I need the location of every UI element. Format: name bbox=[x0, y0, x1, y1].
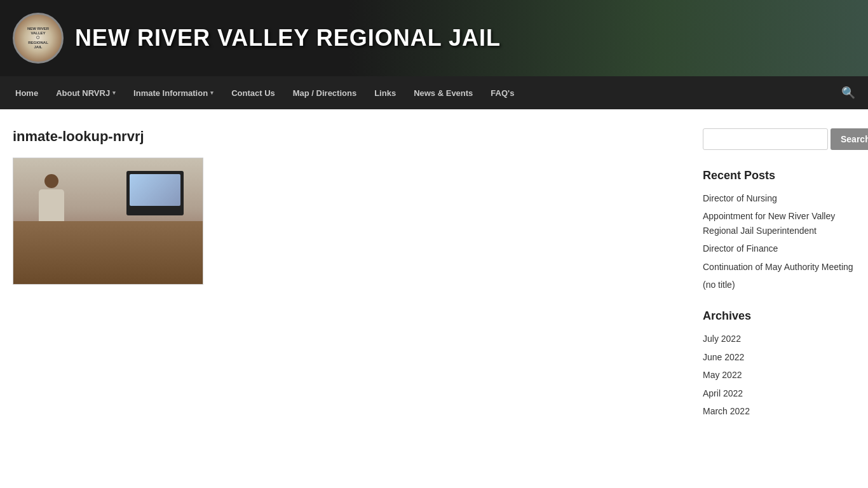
nav-item-inmate[interactable]: Inmate Information ▾ bbox=[125, 76, 222, 109]
nav-item-about[interactable]: About NRVRJ ▾ bbox=[47, 76, 125, 109]
person-body bbox=[39, 189, 64, 221]
nav-link-inmate[interactable]: Inmate Information ▾ bbox=[125, 76, 222, 109]
recent-post-2[interactable]: Appointment for New River Valley Regiona… bbox=[703, 209, 855, 238]
monitor bbox=[126, 171, 184, 215]
main-content: inmate-lookup-nrvrj bbox=[13, 128, 677, 436]
site-title: NEW RIVER VALLEY REGIONAL JAIL bbox=[75, 25, 501, 51]
archive-june-2022[interactable]: June 2022 bbox=[703, 350, 855, 364]
page-heading: inmate-lookup-nrvrj bbox=[13, 128, 677, 145]
search-widget: Search bbox=[703, 128, 855, 150]
archive-march-2022[interactable]: March 2022 bbox=[703, 404, 855, 418]
recent-post-5[interactable]: (no title) bbox=[703, 278, 855, 292]
nav-label-about: About NRVRJ bbox=[56, 88, 110, 98]
nav-link-faqs[interactable]: FAQ's bbox=[482, 76, 523, 109]
nav-link-links[interactable]: Links bbox=[365, 76, 405, 109]
header-content: NEW RIVER VALLEY ⬡ REGIONAL JAIL NEW RIV… bbox=[0, 13, 513, 64]
archive-april-2022[interactable]: April 2022 bbox=[703, 386, 855, 400]
person-head bbox=[44, 174, 58, 188]
nav-link-contact[interactable]: Contact Us bbox=[222, 76, 284, 109]
page-wrapper: inmate-lookup-nrvrj Search Re bbox=[0, 109, 868, 455]
recent-post-4[interactable]: Continuation of May Authority Meeting bbox=[703, 260, 855, 274]
site-header: NEW RIVER VALLEY ⬡ REGIONAL JAIL NEW RIV… bbox=[0, 0, 868, 76]
recent-posts-section: Recent Posts Director of Nursing Appoint… bbox=[703, 169, 855, 292]
recent-posts-title: Recent Posts bbox=[703, 169, 855, 182]
nav-label-inmate: Inmate Information bbox=[133, 88, 208, 98]
nav-item-contact[interactable]: Contact Us bbox=[222, 76, 284, 109]
nav-link-news[interactable]: News & Events bbox=[405, 76, 482, 109]
archives-section: Archives July 2022 June 2022 May 2022 Ap… bbox=[703, 309, 855, 418]
inmate-lookup-image bbox=[13, 158, 203, 285]
nav-item-news[interactable]: News & Events bbox=[405, 76, 482, 109]
search-button[interactable]: Search bbox=[831, 128, 868, 150]
logo-text: NEW RIVER VALLEY ⬡ REGIONAL JAIL bbox=[27, 27, 49, 50]
nav-item-links[interactable]: Links bbox=[365, 76, 405, 109]
archive-july-2022[interactable]: July 2022 bbox=[703, 332, 855, 346]
nav-link-map[interactable]: Map / Directions bbox=[284, 76, 365, 109]
nav-item-faqs[interactable]: FAQ's bbox=[482, 76, 523, 109]
nav-item-home[interactable]: Home bbox=[6, 76, 47, 109]
chevron-down-icon-2: ▾ bbox=[210, 90, 214, 96]
nav-items-list: Home About NRVRJ ▾ Inmate Information ▾ … bbox=[6, 76, 835, 109]
main-navigation: Home About NRVRJ ▾ Inmate Information ▾ … bbox=[0, 76, 868, 109]
search-input[interactable] bbox=[703, 128, 828, 150]
archive-may-2022[interactable]: May 2022 bbox=[703, 368, 855, 382]
site-logo[interactable]: NEW RIVER VALLEY ⬡ REGIONAL JAIL bbox=[13, 13, 64, 64]
nav-link-home[interactable]: Home bbox=[6, 76, 47, 109]
search-icon: 🔍 bbox=[841, 86, 855, 100]
archives-title: Archives bbox=[703, 309, 855, 323]
nav-item-map[interactable]: Map / Directions bbox=[284, 76, 365, 109]
sidebar: Search Recent Posts Director of Nursing … bbox=[703, 128, 855, 436]
search-form: Search bbox=[703, 128, 855, 150]
recent-post-3[interactable]: Director of Finance bbox=[703, 241, 855, 255]
nav-link-about[interactable]: About NRVRJ ▾ bbox=[47, 76, 125, 109]
recent-post-1[interactable]: Director of Nursing bbox=[703, 191, 855, 205]
chevron-down-icon: ▾ bbox=[112, 90, 116, 96]
nav-search-button[interactable]: 🔍 bbox=[835, 76, 862, 109]
person-silhouette bbox=[32, 174, 71, 238]
desk-scene bbox=[13, 158, 203, 284]
